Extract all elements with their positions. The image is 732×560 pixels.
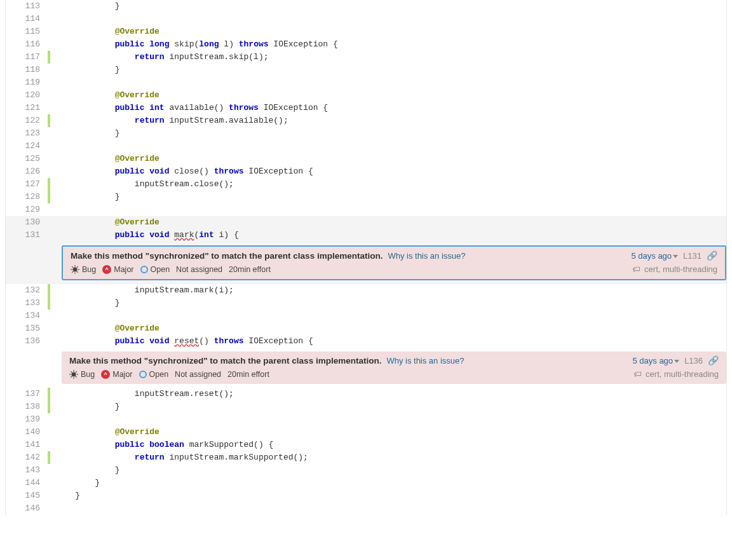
issue-tags[interactable]: cert, multi-threading [644, 264, 717, 274]
line-number[interactable]: 143 [6, 464, 46, 477]
code-content: return inputStream.markSupported(); [53, 451, 726, 464]
permalink-icon[interactable]: 🔗 [708, 355, 719, 365]
line-number[interactable]: 124 [6, 140, 46, 153]
line-number[interactable]: 134 [6, 310, 46, 322]
line-number[interactable]: 113 [6, 0, 46, 13]
code-viewer: 113 }114115 @Override116 public long ski… [5, 0, 727, 515]
code-content [53, 140, 726, 153]
line-number[interactable]: 137 [6, 388, 46, 400]
code-line: 129 [6, 203, 726, 216]
severity-icon: ^ [101, 370, 110, 379]
code-content: inputStream.close(); [53, 178, 726, 191]
svg-line-7 [72, 271, 73, 272]
severity-icon: ^ [102, 265, 111, 274]
code-content: @Override [53, 89, 726, 102]
issue-message[interactable]: Make this method "synchronized" to match… [69, 356, 381, 365]
code-line: 135 @Override [6, 322, 726, 335]
code-line: 136 public void reset() throws IOExcepti… [6, 335, 726, 348]
why-issue-link[interactable]: Why is this an issue? [386, 356, 464, 365]
code-content: } [53, 464, 726, 477]
issue-type[interactable]: Bug [69, 370, 95, 379]
line-number[interactable]: 131 [6, 229, 46, 242]
tags-icon: 🏷 [632, 264, 640, 274]
line-number[interactable]: 139 [6, 413, 46, 426]
issue-underline[interactable]: mark [174, 230, 194, 240]
coverage-gutter [46, 229, 53, 242]
line-number[interactable]: 120 [6, 89, 46, 102]
issue-assignee[interactable]: Not assigned [176, 265, 222, 274]
issue-age[interactable]: 5 days ago [631, 251, 678, 261]
issue-tags[interactable]: cert, multi-threading [646, 369, 719, 379]
line-number[interactable]: 136 [6, 335, 46, 348]
line-number[interactable]: 138 [6, 400, 46, 413]
line-number[interactable]: 142 [6, 451, 46, 464]
line-number[interactable]: 126 [6, 165, 46, 178]
code-content [53, 203, 726, 216]
line-number[interactable]: 123 [6, 127, 46, 140]
issue-status[interactable]: Open [139, 370, 169, 379]
line-number[interactable]: 121 [6, 102, 46, 114]
coverage-gutter [46, 489, 53, 502]
code-line: 117 return inputStream.skip(l); [6, 51, 726, 64]
line-number[interactable]: 116 [6, 38, 46, 51]
code-content: @Override [53, 216, 726, 229]
svg-line-5 [72, 266, 73, 268]
issue-box[interactable]: Make this method "synchronized" to match… [62, 352, 726, 384]
code-line: 122 return inputStream.available(); [6, 114, 726, 127]
code-line: 120 @Override [6, 89, 726, 102]
permalink-icon[interactable]: 🔗 [707, 250, 717, 261]
issue-underline[interactable]: reset [174, 336, 199, 346]
bug-icon [69, 370, 78, 379]
code-content: } [53, 64, 726, 76]
line-number[interactable]: 128 [6, 191, 46, 203]
line-number[interactable]: 130 [6, 216, 46, 229]
open-status-icon [140, 266, 148, 273]
line-number[interactable]: 122 [6, 114, 46, 127]
issue-box[interactable]: Make this method "synchronized" to match… [62, 245, 726, 280]
line-number[interactable]: 144 [6, 477, 46, 489]
line-number[interactable]: 135 [6, 322, 46, 335]
code-content [53, 310, 726, 322]
line-number[interactable]: 133 [6, 297, 46, 310]
svg-line-15 [76, 376, 77, 377]
line-number[interactable]: 146 [6, 502, 46, 515]
coverage-gutter [46, 38, 53, 51]
code-line: 138 } [6, 400, 726, 413]
code-line: 143 } [6, 464, 726, 477]
line-number[interactable]: 141 [6, 439, 46, 451]
svg-point-9 [72, 372, 76, 376]
why-issue-link[interactable]: Why is this an issue? [388, 251, 465, 261]
coverage-gutter [46, 51, 53, 64]
code-line: 127 inputStream.close(); [6, 178, 726, 191]
code-content: } [53, 477, 726, 489]
code-line: 130 @Override [6, 216, 726, 229]
issue-type[interactable]: Bug [71, 265, 96, 274]
code-content: @Override [53, 426, 726, 439]
line-number[interactable]: 127 [6, 178, 46, 191]
issue-age[interactable]: 5 days ago [632, 356, 679, 365]
issue-message[interactable]: Make this method "synchronized" to match… [71, 251, 383, 261]
coverage-gutter [46, 25, 53, 38]
issue-severity[interactable]: ^Major [101, 370, 132, 379]
issue-assignee[interactable]: Not assigned [175, 370, 221, 379]
tags-icon: 🏷 [634, 369, 642, 379]
line-number[interactable]: 119 [6, 76, 46, 89]
line-number[interactable]: 117 [6, 51, 46, 64]
line-number[interactable]: 114 [6, 13, 46, 25]
code-line: 131 public void mark(int i) { [6, 229, 726, 242]
line-number[interactable]: 125 [6, 153, 46, 165]
coverage-gutter [46, 140, 53, 153]
line-number[interactable]: 145 [6, 489, 46, 502]
line-number[interactable]: 140 [6, 426, 46, 439]
line-number[interactable]: 132 [6, 284, 46, 297]
line-number[interactable]: 115 [6, 25, 46, 38]
line-number[interactable]: 118 [6, 64, 46, 76]
code-content: public void reset() throws IOException { [53, 335, 726, 348]
code-line: 124 [6, 140, 726, 153]
coverage-gutter [46, 426, 53, 439]
issue-status[interactable]: Open [140, 265, 170, 274]
code-line: 137 inputStream.reset(); [6, 388, 726, 400]
issue-severity[interactable]: ^Major [102, 265, 133, 274]
line-number[interactable]: 129 [6, 203, 46, 216]
issue-row: Make this method "synchronized" to match… [6, 348, 726, 388]
